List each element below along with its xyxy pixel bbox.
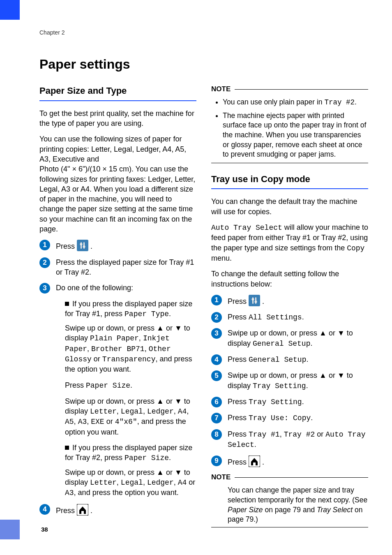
right-step-1: 1 Press . — [211, 295, 368, 306]
left-heading: Paper Size and Type — [39, 85, 196, 97]
note-1-end — [211, 163, 368, 163]
svg-rect-6 — [249, 295, 260, 306]
left-steps: 1 Press . 2 Press the displayed paper si… — [39, 240, 196, 516]
note1-item2: The machine ejects paper with printed su… — [223, 111, 368, 160]
note-2-body: You can change the paper size and tray s… — [211, 486, 368, 525]
page-tab — [0, 0, 20, 20]
left-step3-b1-sizes: Swipe up or down, or press ▲ or ▼ to dis… — [65, 396, 196, 437]
svg-point-10 — [255, 301, 257, 303]
left-intro-1: To get the best print quality, set the m… — [39, 109, 196, 129]
left-step-3: 3 Do one of the following: If you press … — [39, 283, 196, 498]
note1-item1: You can use only plain paper in Tray #2. — [223, 97, 368, 108]
settings-icon — [77, 240, 88, 251]
settings-icon — [249, 295, 260, 306]
svg-point-9 — [252, 298, 254, 301]
right-column: NOTE You can use only plain paper in Tra… — [211, 85, 368, 537]
step-number-9: 9 — [211, 456, 222, 466]
right-step-4: 4 Press General Setup. — [211, 354, 368, 365]
step-number-8: 8 — [211, 429, 222, 440]
note-2-header: NOTE — [211, 473, 368, 482]
right-step-3: 3 Swipe up or down, or press ▲ or ▼ to d… — [211, 328, 368, 349]
step-number-7: 7 — [211, 413, 222, 423]
right-heading: Tray use in Copy mode — [211, 173, 368, 185]
bullet-square-icon — [65, 446, 69, 450]
step-number-1: 1 — [211, 295, 222, 305]
left-step3-b1-press-size: Press Paper Size. — [65, 380, 196, 391]
step-number-4: 4 — [39, 504, 50, 515]
left-step-4: 4 Press . — [39, 504, 196, 516]
right-step-6: 6 Press Tray Setting. — [211, 397, 368, 407]
step-number-3: 3 — [39, 283, 50, 294]
left-step3-bullet2: If you press the displayed paper size fo… — [56, 443, 196, 498]
step-number-4: 4 — [211, 354, 222, 365]
left-step-1: 1 Press . — [39, 240, 196, 251]
left-intro-2: You can use the following sizes of paper… — [39, 134, 196, 234]
right-step-9: 9 Press . — [211, 456, 368, 467]
right-step-8: 8 Press Tray #1, Tray #2 or Auto Tray Se… — [211, 429, 368, 450]
left-step3-b1-swipe: Swipe up or down, or press ▲ or ▼ to dis… — [65, 323, 196, 374]
note-label: NOTE — [211, 85, 231, 94]
home-icon — [77, 504, 88, 516]
step-number-2: 2 — [211, 312, 222, 323]
step-number-3: 3 — [211, 328, 222, 339]
right-intro-2: Auto Tray Select will allow your machine… — [211, 222, 368, 263]
note-rule — [235, 477, 368, 478]
left-step-2: 2 Press the displayed paper size for Tra… — [39, 257, 196, 278]
right-step-5: 5 Swipe up or down, or press ▲ or ▼ to d… — [211, 370, 368, 391]
page-number: 38 — [41, 525, 48, 534]
page-title: Paper settings — [39, 56, 368, 73]
left-step3-bullet1: If you press the displayed paper size fo… — [56, 299, 196, 437]
left-column: Paper Size and Type To get the best prin… — [39, 85, 196, 537]
right-step-7: 7 Press Tray Use: Copy. — [211, 413, 368, 423]
step-number-1: 1 — [39, 240, 50, 250]
right-step-2: 2 Press All Settings. — [211, 312, 368, 322]
svg-point-3 — [80, 243, 83, 245]
svg-point-4 — [83, 245, 85, 248]
two-columns: Paper Size and Type To get the best prin… — [39, 85, 368, 537]
heading-rule — [39, 100, 196, 101]
note-2-end — [211, 527, 368, 527]
heading-rule — [211, 188, 368, 189]
right-steps: 1 Press . 2 Press All Settings. — [211, 295, 368, 467]
note-1-header: NOTE — [211, 85, 368, 94]
page-side-tab — [0, 520, 20, 539]
bullet-square-icon — [65, 302, 69, 306]
step-number-6: 6 — [211, 397, 222, 407]
note-1-body: You can use only plain paper in Tray #2.… — [211, 97, 368, 160]
home-icon — [249, 456, 260, 467]
step-number-5: 5 — [211, 370, 222, 381]
right-intro-1: You can change the default tray the mach… — [211, 197, 368, 217]
svg-rect-0 — [77, 240, 88, 251]
right-intro-3: To change the default setting follow the… — [211, 269, 368, 289]
chapter-label: Chapter 2 — [39, 29, 368, 37]
page-content: Chapter 2 Paper settings Paper Size and … — [39, 29, 368, 537]
left-step3-b2-sizes: Swipe up or down, or press ▲ or ▼ to dis… — [65, 467, 196, 498]
step-number-2: 2 — [39, 257, 50, 268]
note-label: NOTE — [211, 473, 231, 482]
note-rule — [235, 89, 368, 90]
